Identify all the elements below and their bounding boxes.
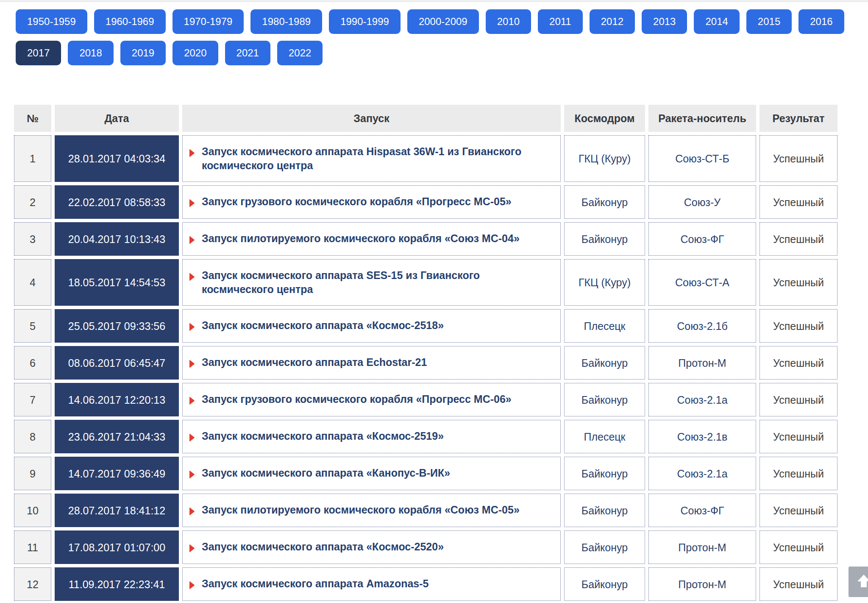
cosmodrome-cell: Байконур (564, 457, 645, 490)
launch-description-cell: Запуск космического аппарата SES-15 из Г… (182, 259, 561, 306)
table-row: 4 18.05.2017 14:54:53 Запуск космическог… (14, 259, 837, 306)
year-button-2018[interactable]: 2018 (68, 41, 113, 65)
row-number-cell: 5 (14, 309, 51, 343)
rocket-cell: Союз-ФГ (648, 494, 756, 527)
year-button-1980-1989[interactable]: 1980-1989 (250, 9, 322, 34)
scroll-to-top-button[interactable] (849, 567, 868, 597)
row-number-cell: 10 (14, 494, 51, 527)
launch-title-link[interactable]: Запуск пилотируемого космического корабл… (202, 503, 520, 517)
launch-title-link[interactable]: Запуск космического аппарата Echostar-21 (202, 355, 427, 369)
result-cell: Успешный (760, 222, 837, 256)
rocket-cell: Союз-2.1а (648, 457, 756, 490)
row-number-cell: 1 (14, 135, 51, 182)
launch-description-cell: Запуск пилотируемого космического корабл… (182, 222, 561, 256)
year-button-1950-1959[interactable]: 1950-1959 (16, 9, 87, 34)
year-button-1990-1999[interactable]: 1990-1999 (329, 9, 401, 34)
table-row: 2 22.02.2017 08:58:33 Запуск грузового к… (14, 185, 837, 219)
year-button-2017[interactable]: 2017 (16, 41, 61, 65)
launch-title-link[interactable]: Запуск космического аппарата Amazonas-5 (202, 577, 429, 591)
launch-description-cell: Запуск космического аппарата «Канопус-В-… (182, 457, 561, 490)
result-cell: Успешный (760, 309, 837, 343)
launch-description-cell: Запуск космического аппарата Amazonas-5 (182, 567, 561, 601)
table-row: 8 23.06.2017 21:04:33 Запуск космическог… (14, 420, 837, 453)
year-button-2019[interactable]: 2019 (120, 41, 166, 65)
year-button-2012[interactable]: 2012 (590, 9, 635, 34)
launch-date-cell: 28.07.2017 18:41:12 (55, 494, 179, 527)
cosmodrome-cell: Байконур (564, 567, 645, 601)
launch-title-link[interactable]: Запуск космического аппарата SES-15 из Г… (202, 268, 480, 296)
year-filter-row-1: 1950-19591960-19691970-19791980-19891990… (16, 9, 868, 34)
column-header: № (14, 105, 51, 132)
cosmodrome-cell: ГКЦ (Куру) (564, 135, 645, 182)
column-header: Ракета-носитель (648, 105, 756, 132)
row-number-cell: 6 (14, 346, 51, 380)
result-cell: Успешный (760, 530, 837, 564)
year-button-1960-1969[interactable]: 1960-1969 (94, 9, 166, 34)
cosmodrome-cell: Байконур (564, 185, 645, 219)
launch-description-cell: Запуск грузового космического корабля «П… (182, 383, 561, 416)
rocket-cell: Протон-М (648, 567, 756, 601)
row-number-cell: 8 (14, 420, 51, 453)
result-cell: Успешный (760, 185, 837, 219)
row-number-cell: 9 (14, 457, 51, 490)
result-cell: Успешный (760, 494, 837, 527)
year-button-2016[interactable]: 2016 (798, 9, 844, 34)
table-row: 12 11.09.2017 22:23:41 Запуск космическо… (14, 567, 837, 601)
year-button-2015[interactable]: 2015 (746, 9, 792, 34)
launch-date-cell: 20.04.2017 10:13:43 (55, 222, 179, 256)
rocket-cell: Союз-ФГ (648, 222, 756, 256)
year-button-2011[interactable]: 2011 (538, 9, 583, 34)
launch-title-link[interactable]: Запуск космического аппарата «Канопус-В-… (202, 466, 450, 480)
launch-title-link[interactable]: Запуск космического аппарата «Космос-251… (202, 429, 444, 443)
result-cell: Успешный (760, 420, 837, 453)
launch-description-cell: Запуск пилотируемого космического корабл… (182, 494, 561, 527)
year-button-2022[interactable]: 2022 (277, 41, 323, 65)
red-play-marker-icon (189, 543, 195, 555)
red-play-marker-icon (189, 321, 195, 333)
launch-title-link[interactable]: Запуск грузового космического корабля «П… (202, 392, 512, 406)
launch-date-cell: 11.09.2017 22:23:41 (55, 567, 179, 601)
launch-description-cell: Запуск космического аппарата «Космос-252… (182, 530, 561, 564)
year-filter-row-2: 201720182019202020212022 (16, 41, 868, 65)
launch-title-link[interactable]: Запуск грузового космического корабля «П… (202, 195, 512, 209)
launch-title-link[interactable]: Запуск космического аппарата «Космос-252… (202, 540, 444, 554)
table-row: 6 08.06.2017 06:45:47 Запуск космическог… (14, 346, 837, 380)
result-cell: Успешный (760, 259, 837, 306)
red-play-marker-icon (189, 580, 195, 592)
table-row: 10 28.07.2017 18:41:12 Запуск пилотируем… (14, 494, 837, 527)
year-filters: 1950-19591960-19691970-19791980-19891990… (16, 9, 868, 65)
year-button-2010[interactable]: 2010 (486, 9, 531, 34)
table-row: 5 25.05.2017 09:33:56 Запуск космическог… (14, 309, 837, 343)
year-button-2021[interactable]: 2021 (225, 41, 270, 65)
row-number-cell: 3 (14, 222, 51, 256)
launch-title-link[interactable]: Запуск космического аппарата «Космос-251… (202, 318, 444, 332)
year-button-2013[interactable]: 2013 (642, 9, 687, 34)
table-row: 3 20.04.2017 10:13:43 Запуск пилотируемо… (14, 222, 837, 256)
year-button-2000-2009[interactable]: 2000-2009 (407, 9, 479, 34)
year-button-2014[interactable]: 2014 (694, 9, 739, 34)
result-cell: Успешный (760, 383, 837, 416)
year-button-2020[interactable]: 2020 (172, 41, 218, 65)
launch-date-cell: 22.02.2017 08:58:33 (55, 185, 179, 219)
red-play-marker-icon (189, 432, 195, 444)
year-button-1970-1979[interactable]: 1970-1979 (172, 9, 244, 34)
launch-title-link[interactable]: Запуск космического аппарата Hispasat 36… (202, 145, 521, 173)
cosmodrome-cell: Плесецк (564, 309, 645, 343)
column-header: Запуск (182, 105, 561, 132)
result-cell: Успешный (760, 346, 837, 380)
launch-description-cell: Запуск космического аппарата Hispasat 36… (182, 135, 561, 182)
launch-date-cell: 23.06.2017 21:04:33 (55, 420, 179, 453)
red-play-marker-icon (189, 358, 195, 370)
rocket-cell: Союз-2.1в (648, 420, 756, 453)
launch-date-cell: 25.05.2017 09:33:56 (55, 309, 179, 343)
red-play-marker-icon (189, 506, 195, 518)
launch-date-cell: 08.06.2017 06:45:47 (55, 346, 179, 380)
row-number-cell: 11 (14, 530, 51, 564)
result-cell: Успешный (760, 567, 837, 601)
launch-date-cell: 18.05.2017 14:54:53 (55, 259, 179, 306)
launch-date-cell: 28.01.2017 04:03:34 (55, 135, 179, 182)
cosmodrome-cell: Плесецк (564, 420, 645, 453)
launch-title-link[interactable]: Запуск пилотируемого космического корабл… (202, 232, 520, 246)
red-play-marker-icon (189, 198, 195, 209)
table-row: 1 28.01.2017 04:03:34 Запуск космическог… (14, 135, 837, 182)
